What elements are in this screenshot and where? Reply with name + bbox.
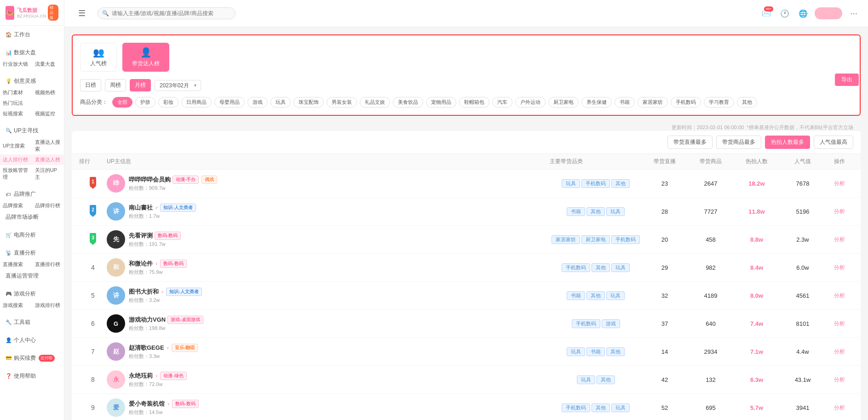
sidebar-item-tools[interactable]: 🔧 工具箱 (0, 316, 64, 329)
clock-button[interactable]: 🕐 (778, 6, 792, 20)
sidebar-item-profile[interactable]: 👤 个人中心 (0, 334, 64, 346)
sidebar: 🍉 飞瓜数据 BZ.FEIGUA.CN 精品版 🏠 工作台 📊 数据大盘 行业放… (0, 0, 64, 420)
cat-appliance[interactable]: 厨卫家电 (548, 97, 579, 108)
cat-home[interactable]: 家居家纺 (638, 97, 668, 108)
analyze-7[interactable]: 分析 (826, 348, 853, 356)
cat-books[interactable]: 书籍 (615, 97, 635, 108)
sidebar-item-liverank2[interactable]: 直播排行榜 (32, 259, 64, 270)
up-fans-2: 粉丝数：1.7w (129, 213, 197, 220)
cat-digital[interactable]: 手机数码 (671, 97, 701, 108)
sidebar-item-industry[interactable]: 行业放大镜 (0, 59, 32, 69)
cat-gift[interactable]: 礼品文娱 (360, 97, 390, 108)
analyze-8[interactable]: 分析 (826, 376, 853, 384)
filter-tabs: 👥 人气榜 👤 带货达人榜 (80, 43, 852, 72)
cat-clothing[interactable]: 男装女装 (327, 97, 357, 108)
analyze-5[interactable]: 分析 (826, 292, 853, 300)
up-details-7: 赵清歌GEGE ♀ 音乐-翻唱 粉丝数：3.3w (129, 344, 199, 360)
analyze-6[interactable]: 分析 (826, 320, 853, 328)
sidebar-item-help[interactable]: ❓ 使用帮助 (0, 370, 64, 382)
sort-popularity[interactable]: 人气值最高 (814, 136, 853, 149)
sidebar-item-hotvideo[interactable]: 视频热榜 (32, 87, 64, 98)
more-button[interactable]: ⋯ (847, 6, 861, 20)
up-details-8: 永绝珏莉 ♀ 动漫-绿色 粉丝数：72.0w (129, 372, 188, 388)
cat-bags[interactable]: 鞋帽箱包 (459, 97, 489, 108)
gender-9: ♀ (167, 401, 170, 407)
user-avatar[interactable] (815, 7, 842, 19)
sidebar-item-upfind-title[interactable]: 🔍 UP主寻找 (0, 125, 64, 137)
search-box: 🔍 (98, 7, 236, 19)
period-day[interactable]: 日榜 (80, 79, 101, 91)
cat-toy[interactable]: 玩具 (270, 97, 291, 108)
sidebar-item-traffic[interactable]: 流量大盘 (32, 59, 64, 69)
sidebar-item-ecom[interactable]: 🛒 电商分析 (0, 229, 64, 241)
analyze-2[interactable]: 分析 (826, 208, 853, 216)
tab-seller[interactable]: 👤 带货达人榜 (122, 43, 169, 72)
cat-jewelry[interactable]: 珠宝配饰 (293, 97, 324, 108)
export-button[interactable]: 导出 (835, 74, 859, 86)
sidebar-item-game-title[interactable]: 🎮 游戏分析 (0, 288, 64, 300)
period-week[interactable]: 周榜 (105, 79, 126, 91)
search-input[interactable] (98, 7, 236, 19)
cat-pet[interactable]: 宠物用品 (426, 97, 456, 108)
sidebar-item-branddiag[interactable]: 品牌市场诊断 (0, 211, 64, 223)
sidebar-item-brandrank[interactable]: 品牌排行榜 (32, 200, 64, 211)
sidebar-item-upsearch[interactable]: UP主搜索 (0, 137, 32, 154)
sidebar-item-purchase[interactable]: 💳 购买续费 近付听 (0, 352, 64, 364)
sidebar-item-livesearch[interactable]: 直播达人搜索 (32, 137, 64, 154)
analyze-9[interactable]: 分析 (826, 404, 853, 412)
tab-popularity[interactable]: 👥 人气榜 (80, 43, 117, 72)
mail-button[interactable]: ✉️ 99+ (759, 6, 773, 20)
cat-game[interactable]: 游戏 (247, 97, 268, 108)
cat-tag-9a: 手机数码 (562, 403, 590, 412)
gender-7: ♀ (166, 345, 170, 351)
sidebar-item-videosearch[interactable]: 短视搜索 (0, 108, 32, 119)
sidebar-item-datapanel[interactable]: 📊 数据大盘 (0, 46, 64, 59)
sort-hot-buyers[interactable]: 热拍人数最多 (765, 136, 810, 149)
sidebar-item-admanage[interactable]: 投放账管管理 (0, 165, 32, 182)
sidebar-item-brand-title[interactable]: 🏷 品牌推广 (0, 188, 64, 200)
menu-toggle[interactable]: ☰ (72, 4, 92, 23)
sidebar-item-uprank[interactable]: 达人排行榜 (0, 154, 32, 165)
sidebar-item-gamerank[interactable]: 游戏排行榜 (32, 300, 64, 311)
up-details-2: 南山書社 ♂ 知识-人文类者 粉丝数：1.7w (129, 204, 197, 220)
sidebar-item-videomonitor[interactable]: 视频监控 (32, 108, 64, 119)
creative-icon: 💡 (6, 78, 12, 84)
sidebar-item-workspace[interactable]: 🏠 工作台 (0, 28, 64, 41)
sidebar-item-livemanage[interactable]: 直播运营管理 (0, 270, 64, 282)
sidebar-item-livesearch2[interactable]: 直播搜索 (0, 259, 32, 270)
sidebar-item-hotplay[interactable]: 热门玩法 (0, 98, 32, 108)
sidebar-item-followup[interactable]: 关注的UP主 (32, 165, 64, 182)
cat-makeup[interactable]: 彩妆 (158, 97, 178, 108)
cat-edu[interactable]: 学习教育 (704, 97, 734, 108)
popularity-4: 6.0w (780, 264, 826, 271)
sort-product-count[interactable]: 带货商品最多 (716, 136, 761, 149)
svg-marker-7 (90, 242, 96, 245)
popularity-7: 4.4w (780, 348, 826, 355)
cat-food[interactable]: 美食饮品 (393, 97, 423, 108)
sidebar-item-creative[interactable]: 💡 创意灵感 (0, 75, 64, 87)
period-month[interactable]: 月榜 (130, 79, 151, 91)
sidebar-item-brandsearch[interactable]: 品牌搜索 (0, 200, 32, 211)
cat-skincare[interactable]: 护肤 (135, 97, 155, 108)
rank-cell-7: 7 (79, 348, 107, 355)
cat-car[interactable]: 汽车 (492, 97, 512, 108)
sidebar-item-live-title[interactable]: 📡 直播分析 (0, 247, 64, 259)
sidebar-item-gamesearch[interactable]: 游戏搜索 (0, 300, 32, 311)
analyze-3[interactable]: 分析 (826, 236, 853, 244)
cat-outdoor[interactable]: 户外运动 (515, 97, 546, 108)
date-select[interactable]: 2023年02月 (155, 80, 201, 91)
sort-live-count[interactable]: 带货直播最多 (667, 136, 713, 149)
analyze-1[interactable]: 分析 (826, 180, 853, 187)
sidebar-item-liverank[interactable]: 直播达人榜 (32, 154, 64, 165)
cat-tags-4: 手机数码 其他 玩具 (550, 263, 642, 272)
cat-tag-9b: 其他 (592, 403, 610, 412)
cat-baby[interactable]: 母婴用品 (214, 97, 245, 108)
cat-other[interactable]: 其他 (737, 97, 757, 108)
live-count-5: 32 (642, 292, 688, 299)
sidebar-item-hotmaterial[interactable]: 热门素材 (0, 87, 32, 98)
cat-all[interactable]: 全部 (112, 97, 132, 108)
analyze-4[interactable]: 分析 (826, 264, 853, 272)
cat-health[interactable]: 养生保健 (581, 97, 612, 108)
cat-daily[interactable]: 日用商品 (181, 97, 212, 108)
notification-button[interactable]: 🌐 (796, 6, 810, 20)
